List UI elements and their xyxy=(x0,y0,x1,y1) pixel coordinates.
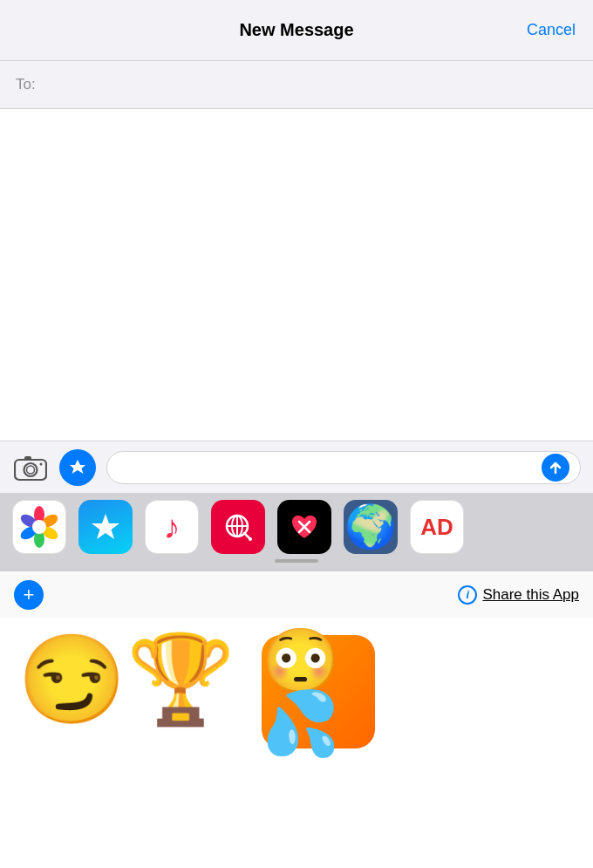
embarrassed-emoji: 😳💦 xyxy=(262,629,375,755)
app-icon-photos[interactable] xyxy=(12,500,66,554)
message-input-wrapper[interactable] xyxy=(106,451,581,484)
ad-text-icon: AD xyxy=(420,514,453,541)
header-title: New Message xyxy=(239,20,353,40)
cancel-button[interactable]: Cancel xyxy=(527,21,576,39)
emoji-section: 😏🏆 😳💦 xyxy=(0,618,593,766)
app-icon-appstore[interactable] xyxy=(78,500,133,554)
app-icon-ad[interactable]: AD xyxy=(410,500,464,554)
heart-delete-icon xyxy=(287,509,322,544)
svg-point-4 xyxy=(40,462,43,465)
search-globe-icon xyxy=(222,510,255,543)
appstore-small-icon xyxy=(66,456,89,479)
trophy-wink-sticker[interactable]: 😏🏆 xyxy=(17,635,235,722)
to-label: To: xyxy=(16,76,36,93)
send-icon xyxy=(548,460,563,475)
embarrassed-sticker[interactable]: 😳💦 xyxy=(262,635,375,748)
share-app-label[interactable]: Share this App xyxy=(482,586,579,604)
trophy-wink-emoji: 😏🏆 xyxy=(17,630,235,728)
app-icon-music[interactable]: ♪ xyxy=(145,500,199,554)
plus-button[interactable]: + xyxy=(14,580,44,610)
app-strip: ♪ 🌍 AD xyxy=(0,493,593,571)
camera-button[interactable] xyxy=(12,449,49,486)
scroll-indicator xyxy=(0,559,593,563)
message-body[interactable] xyxy=(0,109,593,441)
to-field[interactable]: To: xyxy=(0,61,593,109)
music-note-icon: ♪ xyxy=(164,509,181,546)
appstore-icon xyxy=(88,509,123,544)
svg-point-2 xyxy=(27,466,35,474)
app-icon-heart[interactable] xyxy=(277,500,331,554)
app-icon-search[interactable] xyxy=(211,500,265,554)
globe-char-icon: 🌍 xyxy=(344,506,397,548)
svg-point-18 xyxy=(249,537,252,541)
message-toolbar xyxy=(0,441,593,493)
app-icon-globe[interactable]: 🌍 xyxy=(344,500,398,554)
svg-rect-3 xyxy=(24,456,31,461)
app-strip-inner: ♪ 🌍 AD xyxy=(0,500,593,554)
send-button[interactable] xyxy=(542,454,569,482)
scroll-pill xyxy=(275,559,318,563)
message-header: New Message Cancel xyxy=(0,0,593,61)
share-app-area[interactable]: i Share this App xyxy=(458,585,579,605)
camera-icon xyxy=(14,454,47,482)
message-input[interactable] xyxy=(118,460,542,475)
photos-icon xyxy=(17,505,61,549)
appstore-circle-button[interactable] xyxy=(59,449,96,486)
info-circle-icon[interactable]: i xyxy=(458,585,477,605)
svg-point-12 xyxy=(32,520,46,534)
bottom-bar: + i Share this App xyxy=(0,571,593,618)
